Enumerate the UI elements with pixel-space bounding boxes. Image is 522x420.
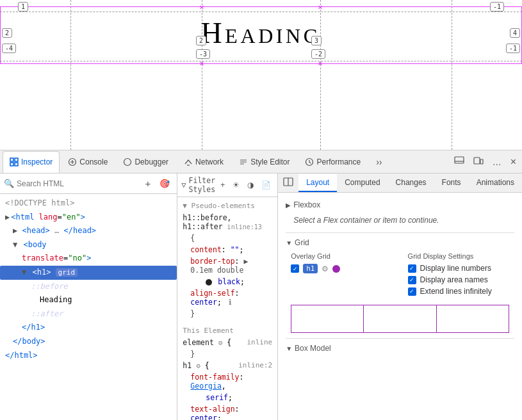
grid-area-names-checkbox[interactable]: ✓: [408, 276, 416, 284]
html-line-head[interactable]: ▶ <head> … </head>: [0, 224, 177, 238]
grid-arrow: ▼: [286, 239, 292, 246]
grid-line-numbers-checkbox[interactable]: ✓: [408, 264, 416, 273]
badge-neg4: -4: [2, 44, 16, 53]
tab-console[interactable]: Console: [61, 151, 115, 173]
gear-icon-2[interactable]: ⚙: [196, 362, 200, 370]
html-panel: 🔍 + 🎯 <!DOCTYPE html> ▶<html lang="en"> …: [0, 174, 177, 420]
light-mode-button[interactable]: ☀: [230, 179, 242, 191]
this-element-title: This Element: [183, 325, 272, 337]
box-model-section-header[interactable]: ▼ Box Model: [286, 339, 514, 355]
html-line-heading-text[interactable]: Heading: [0, 293, 177, 307]
css-element-close: }: [183, 348, 272, 360]
html-line-body-open[interactable]: ▼ <body: [0, 238, 177, 252]
grid-line-h-2: [0, 61, 522, 61]
css-panel: ▽ Filter Styles + ☀ ◑ 📄 ▼ Pseudo-element…: [177, 174, 278, 420]
canvas-area: Heading 1 -1 2 -4 2 -3 3 -2 4 -1 × × × ×: [0, 0, 522, 150]
badge-neg3: -3: [196, 49, 210, 59]
tab-network[interactable]: Network: [177, 151, 231, 173]
badge-1: 1: [18, 2, 28, 12]
devtools-tabbar: Inspector Console Debugger Network Style…: [0, 150, 522, 174]
flexbox-section-title: Flexbox: [293, 200, 320, 209]
x-mark-4: ×: [316, 59, 325, 68]
tab-debugger[interactable]: Debugger: [116, 151, 175, 173]
svg-rect-9: [480, 159, 483, 164]
html-line-before[interactable]: ::before: [0, 280, 177, 294]
badge-4-right: 4: [510, 28, 520, 38]
dock-button[interactable]: [451, 154, 468, 169]
badge-neg1-right: -1: [506, 44, 520, 53]
tab-network-label: Network: [195, 158, 224, 166]
x-mark-2: ×: [316, 3, 325, 12]
css-text-align: text-align: center;: [183, 403, 272, 420]
css-content-prop: content: "";: [183, 244, 272, 255]
badge-2-mid: 2: [196, 36, 206, 45]
tab-style-editor-label: Style Editor: [250, 158, 290, 166]
overlay-grid-heading: Overlay Grid: [291, 252, 397, 260]
right-panel-tabs: Layout Computed Changes Fonts Animations: [278, 174, 522, 193]
grid-columns: Overlay Grid ✓ h1 ⚙ Grid Display Setting…: [286, 250, 514, 302]
html-line-after[interactable]: ::after: [0, 307, 177, 321]
style-editor-icon: [239, 158, 248, 166]
tab-style-editor[interactable]: Style Editor: [232, 151, 297, 173]
html-line-html[interactable]: ▶<html lang="en">: [0, 211, 177, 225]
grid-extend-lines: ✓ Extend lines infinitely: [408, 286, 514, 297]
gear-icon-1[interactable]: ⚙: [218, 339, 223, 347]
css-pseudo-section: ▼ Pseudo-elements h1::before, h1::after …: [177, 197, 277, 322]
tab-console-label: Console: [79, 158, 108, 166]
dark-mode-button[interactable]: ◑: [245, 179, 256, 191]
grid-display-col: Grid Display Settings ✓ Display line num…: [408, 252, 514, 297]
grid-gear-icon[interactable]: ⚙: [322, 264, 329, 273]
right-tab-computed[interactable]: Computed: [337, 174, 387, 192]
grid-section-header[interactable]: ▼ Grid: [286, 233, 514, 250]
responsive-button[interactable]: [470, 154, 487, 169]
right-tab-fonts[interactable]: Fonts: [434, 174, 469, 192]
grid-display-heading: Grid Display Settings: [408, 252, 514, 260]
badge-neg2: -2: [311, 49, 325, 59]
info-icon[interactable]: ℹ: [229, 298, 232, 307]
pseudo-section-title[interactable]: ▼ Pseudo-elements: [183, 200, 272, 212]
right-tab-changes[interactable]: Changes: [388, 174, 434, 192]
tab-performance-label: Performance: [316, 158, 361, 166]
right-tab-layout[interactable]: Layout: [298, 174, 337, 192]
svg-rect-0: [10, 158, 13, 161]
close-button[interactable]: ×: [507, 154, 519, 170]
svg-rect-7: [455, 157, 464, 163]
canvas-heading: Heading: [0, 16, 522, 50]
css-element-selector: element ⚙ { inline: [183, 337, 272, 348]
tab-more[interactable]: ››: [369, 151, 389, 173]
console-icon: [68, 158, 77, 166]
svg-point-5: [124, 159, 131, 166]
svg-rect-1: [15, 158, 18, 161]
grid-cell-2: [364, 305, 436, 332]
grid-overlay-col: Overlay Grid ✓ h1 ⚙: [291, 252, 397, 297]
grid-extend-lines-checkbox[interactable]: ✓: [408, 287, 416, 296]
css-filter-bar: ▽ Filter Styles + ☀ ◑ 📄: [177, 174, 277, 197]
tab-inspector[interactable]: Inspector: [3, 151, 60, 173]
css-this-element-section: This Element element ⚙ { inline } h1 ⚙ {…: [177, 322, 277, 420]
ellipsis-button[interactable]: …: [489, 155, 505, 169]
grid-visual-preview: [291, 305, 509, 333]
grid-cell-3: [437, 305, 509, 332]
right-panel-content: ▶ Flexbox Select a Flex container or ite…: [278, 193, 522, 420]
add-node-button[interactable]: +: [142, 176, 154, 191]
html-search-input[interactable]: [17, 179, 140, 188]
flexbox-arrow: ▶: [286, 202, 291, 209]
svg-rect-8: [474, 158, 480, 164]
grid-overlay-checkbox[interactable]: ✓: [291, 264, 299, 273]
grid-cell-1: [291, 305, 364, 332]
layout-tab-icon[interactable]: [278, 174, 298, 192]
right-tab-animations[interactable]: Animations: [469, 174, 522, 192]
html-line-h1[interactable]: ▼ <h1> grid: [0, 266, 177, 280]
css-filter-label: Filter Styles: [189, 176, 216, 194]
add-rule-button[interactable]: +: [218, 179, 227, 191]
tab-performance[interactable]: Performance: [298, 151, 368, 173]
flexbox-section-header[interactable]: ▶ Flexbox: [286, 198, 514, 212]
filter-icon: ▽: [181, 181, 186, 190]
svg-rect-2: [10, 163, 13, 166]
pick-element-button[interactable]: 🎯: [156, 177, 173, 190]
css-rule-content: {: [183, 232, 272, 244]
css-align-self-prop: align-self: center; ℹ: [183, 287, 272, 308]
devtools: Inspector Console Debugger Network Style…: [0, 150, 522, 420]
screenshot-button[interactable]: 📄: [259, 179, 273, 191]
devtools-toolbar-right: … ×: [451, 154, 519, 170]
